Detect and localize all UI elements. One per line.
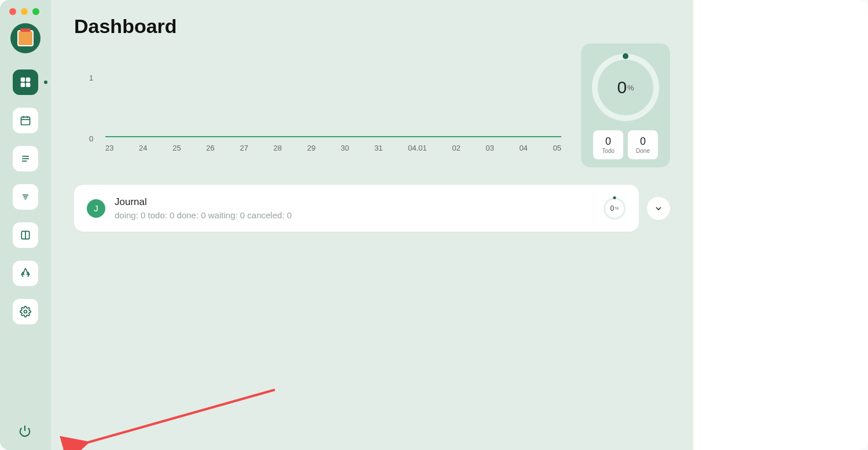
sidebar-nav: [13, 69, 38, 324]
journal-body: Journal doing: 0 todo: 0 done: 0 waiting…: [115, 196, 594, 220]
progress-percent-symbol: %: [627, 83, 634, 92]
sidebar-item-notes[interactable]: [13, 146, 38, 171]
stat-todo-value: 0: [605, 136, 611, 147]
x-tick: 05: [553, 144, 561, 152]
x-tick: 02: [452, 144, 460, 152]
svg-rect-0: [21, 78, 25, 82]
x-tick: 27: [240, 144, 248, 152]
summary-stats: 0 Todo 0 Done: [593, 130, 658, 159]
sidebar-footer: [19, 425, 32, 438]
sidebar-item-dashboard[interactable]: [13, 69, 38, 95]
progress-ring: 0 %: [592, 54, 659, 121]
journal-percent-value: 0: [610, 204, 615, 213]
journal-status-line: doing: 0 todo: 0 done: 0 waiting: 0 canc…: [115, 210, 594, 220]
text-lines-icon: [20, 153, 31, 164]
stat-done-label: Done: [636, 148, 650, 154]
right-panel: [693, 0, 868, 450]
calendar-logo-icon: [17, 30, 34, 46]
svg-rect-4: [21, 117, 30, 125]
journal-avatar: J: [87, 199, 105, 218]
x-tick: 24: [139, 144, 147, 152]
y-tick-bottom: 0: [89, 134, 93, 143]
journal-row: J Journal doing: 0 todo: 0 done: 0 waiti…: [74, 185, 670, 232]
journal-card[interactable]: J Journal doing: 0 todo: 0 done: 0 waiti…: [74, 185, 639, 232]
svg-line-18: [86, 390, 275, 443]
chart-baseline: [105, 136, 561, 137]
power-button[interactable]: [19, 425, 32, 438]
gear-icon: [20, 306, 31, 317]
main-content: Dashboard 1 0 23242526272829303104.01020…: [51, 0, 693, 450]
svg-rect-2: [21, 83, 25, 87]
journal-title: Journal: [115, 196, 594, 208]
svg-point-16: [24, 310, 27, 313]
progress-percent-value: 0: [617, 78, 627, 97]
filter-lines-icon: [20, 191, 31, 203]
summary-card: 0 % 0 Todo 0 Done: [581, 43, 670, 167]
x-axis-labels: 23242526272829303104.0102030405: [105, 144, 561, 152]
close-window-button[interactable]: [9, 8, 16, 15]
x-tick: 29: [307, 144, 315, 152]
app-window: Dashboard 1 0 23242526272829303104.01020…: [0, 0, 868, 450]
x-tick: 23: [105, 144, 113, 152]
sidebar-item-split[interactable]: [13, 222, 38, 248]
page-title: Dashboard: [74, 15, 670, 38]
chart-canvas: 1 0 23242526272829303104.0102030405: [74, 52, 561, 150]
power-icon: [19, 425, 31, 437]
x-tick: 31: [374, 144, 382, 152]
minimize-window-button[interactable]: [21, 8, 28, 15]
dashboard-icon: [20, 76, 31, 88]
activity-chart: 1 0 23242526272829303104.0102030405: [74, 43, 561, 150]
ring-marker-dot: [623, 53, 628, 59]
expand-journal-button[interactable]: [647, 197, 670, 220]
x-tick: 04.01: [408, 144, 427, 152]
x-tick: 03: [486, 144, 494, 152]
annotation-arrow: [51, 385, 284, 450]
sidebar-item-calendar[interactable]: [13, 108, 38, 133]
x-tick: 28: [274, 144, 282, 152]
x-tick: 04: [519, 144, 527, 152]
stat-done: 0 Done: [628, 130, 658, 159]
calendar-icon: [20, 115, 31, 126]
journal-ring-circle: 0 %: [604, 197, 626, 219]
x-tick: 25: [172, 144, 181, 152]
chevron-down-icon: [654, 204, 663, 213]
window-controls: [9, 8, 39, 15]
recycle-icon: [20, 268, 31, 279]
journal-ring-marker: [613, 196, 616, 199]
stat-todo: 0 Todo: [593, 130, 623, 159]
dashboard-top-row: 1 0 23242526272829303104.0102030405 0 %: [74, 43, 670, 167]
columns-icon: [20, 229, 31, 241]
y-tick-top: 1: [89, 74, 93, 82]
sidebar-item-settings[interactable]: [13, 299, 38, 324]
stat-done-value: 0: [640, 136, 646, 147]
app-logo[interactable]: [10, 23, 41, 53]
sidebar-item-tasks[interactable]: [13, 184, 38, 210]
journal-progress-ring: 0 %: [603, 197, 626, 220]
svg-rect-3: [27, 83, 30, 87]
sidebar: [0, 0, 51, 450]
sidebar-item-recycle[interactable]: [13, 261, 38, 286]
x-tick: 30: [341, 144, 349, 152]
maximize-window-button[interactable]: [32, 8, 39, 15]
stat-todo-label: Todo: [602, 148, 615, 154]
journal-percent-symbol: %: [615, 206, 619, 211]
progress-ring-circle: 0 %: [592, 54, 659, 121]
x-tick: 26: [206, 144, 214, 152]
svg-rect-1: [27, 78, 30, 82]
active-indicator-dot: [44, 81, 47, 84]
